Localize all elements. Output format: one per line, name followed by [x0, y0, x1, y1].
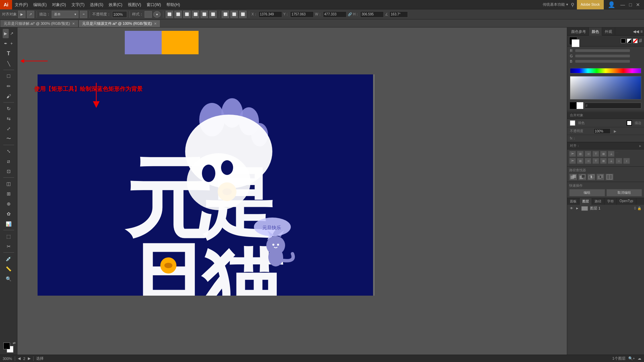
distribute-right-btn[interactable]: ⊣ — [585, 158, 591, 164]
r-slider-track[interactable] — [575, 49, 630, 52]
distribute-bottom-btn[interactable]: ⊥ — [608, 158, 614, 164]
pf-divide-btn[interactable] — [605, 174, 613, 180]
align-left-icon[interactable]: ⬜ — [166, 11, 173, 18]
shape-builder-tool[interactable]: ⧄ — [3, 157, 15, 166]
color-type-gradient[interactable] — [627, 39, 632, 43]
pf-exclude-btn[interactable] — [596, 174, 604, 180]
hex-input[interactable] — [585, 103, 641, 109]
blend-tool[interactable]: ⊕ — [3, 199, 15, 208]
color-swatch-bg[interactable] — [572, 39, 580, 47]
cancel-edit-btn[interactable]: 取消编组 — [606, 189, 642, 196]
style-box[interactable] — [145, 11, 152, 18]
g-slider-track[interactable] — [575, 55, 630, 57]
menu-edit[interactable]: 编辑(E) — [31, 0, 49, 9]
prev-page-icon[interactable]: ◀ — [18, 356, 20, 361]
align-left-edge-btn[interactable]: ⊢ — [569, 151, 576, 157]
y-input[interactable] — [290, 11, 314, 17]
next-page-icon[interactable]: ▶ — [28, 356, 31, 361]
align-center-icon[interactable]: ⬜ — [174, 11, 182, 18]
opacity-input[interactable] — [112, 11, 127, 18]
user-icon[interactable]: 👤 — [605, 1, 618, 8]
fill-color-box[interactable] — [570, 120, 575, 126]
layers-tab-char[interactable]: 字符 — [604, 198, 617, 205]
stroke-weight-icon[interactable]: ━ — [80, 11, 87, 18]
distribute-v-icon[interactable]: ⬜ — [230, 11, 238, 18]
minimize-icon[interactable]: — — [619, 2, 627, 7]
align-more-icon[interactable]: ··· — [615, 151, 618, 157]
color-gradient-box[interactable] — [570, 76, 641, 100]
foreground-color-box[interactable] — [3, 343, 10, 349]
align-bottom-edge-btn[interactable]: ⊥ — [608, 151, 614, 157]
swap-colors-icon[interactable]: ⇄ — [13, 341, 15, 345]
scale-tool[interactable]: ⤢ — [3, 124, 15, 133]
x-input[interactable] — [259, 11, 282, 17]
layers-tab-paths[interactable]: 路径 — [592, 198, 604, 205]
line-tool[interactable]: ╲ — [3, 59, 15, 68]
w-input[interactable] — [323, 11, 346, 17]
reflect-tool[interactable]: ⇆ — [3, 114, 15, 123]
artboard-tool[interactable]: ⬚ — [3, 232, 15, 241]
opacity-prop-input[interactable] — [594, 128, 610, 134]
layers-tab-layers[interactable]: 图层 — [580, 198, 592, 205]
distribute-center-h-btn[interactable]: ⊡ — [577, 158, 584, 164]
menu-help[interactable]: 帮助(H) — [164, 0, 183, 9]
pen-tool[interactable]: ✒ — [3, 39, 9, 48]
search-icon[interactable]: ⚲ — [570, 2, 576, 7]
selection-tool-icon[interactable]: ▶ — [18, 11, 25, 18]
rp-collapse-icon[interactable]: ◀◀ — [633, 29, 639, 34]
tab-doc-1-close[interactable]: ✕ — [72, 22, 75, 25]
color-spectrum[interactable] — [570, 68, 641, 73]
style-circle[interactable]: ● — [153, 11, 161, 18]
rect-tool[interactable]: □ — [3, 71, 15, 81]
pf-intersect-btn[interactable] — [587, 174, 595, 180]
selection-tool[interactable]: ▶ — [3, 29, 9, 38]
align-top-edge-btn[interactable]: ⊤ — [592, 151, 599, 157]
save-cloud-icon[interactable]: ☁ — [638, 356, 641, 361]
direct-select-icon[interactable]: ↗ — [27, 11, 34, 18]
zoom-in-icon[interactable]: 🔍+ — [628, 356, 635, 361]
align-right-icon[interactable]: ⬜ — [183, 11, 191, 18]
close-icon[interactable]: ✕ — [635, 2, 641, 7]
edit-btn[interactable]: 编组 — [569, 189, 605, 196]
gradient-tool[interactable]: ◫ — [3, 179, 15, 188]
chart-tool[interactable]: 📊 — [3, 219, 15, 229]
distribute-left-btn[interactable]: ⊢ — [569, 158, 576, 164]
menu-select[interactable]: 选择(S) — [87, 0, 106, 9]
eyedropper-tool[interactable]: 💉 — [3, 254, 15, 263]
menu-effects[interactable]: 效果(C) — [106, 0, 125, 9]
type-tool[interactable]: T — [3, 49, 15, 58]
brush-tool[interactable]: 🖌 — [3, 92, 15, 101]
canvas-area[interactable]: 使用【矩形工具】绘制深蓝色矩形作为背景 — [17, 27, 567, 362]
tab-doc-2-close[interactable]: ✕ — [154, 22, 157, 25]
align-collapse-icon[interactable]: ▶ — [639, 144, 641, 147]
free-transform-tool[interactable]: ⤡ — [3, 146, 15, 156]
menu-window[interactable]: 窗口(W) — [144, 0, 164, 9]
pencil-tool[interactable]: ✏ — [3, 81, 15, 91]
stroke-dropdown[interactable]: 基本 ▾ — [52, 11, 78, 18]
align-center-v-btn[interactable]: ⊟ — [600, 151, 607, 157]
layer-expand-icon[interactable]: ▶ — [575, 206, 579, 210]
perspective-grid-tool[interactable]: ⊡ — [3, 167, 15, 176]
distribute-top-btn[interactable]: ⊤ — [592, 158, 599, 164]
rotate-tool[interactable]: ↻ — [3, 104, 15, 113]
layers-tab-opentyp[interactable]: OpenTyp — [617, 198, 636, 205]
color-type-solid[interactable] — [621, 39, 626, 43]
add-anchor-tool[interactable]: + — [9, 39, 15, 48]
menu-file[interactable]: 文件(F) — [12, 0, 31, 9]
layer-visibility-icon[interactable]: 👁 — [569, 206, 574, 211]
align-middle-icon[interactable]: ⬜ — [201, 11, 208, 18]
direct-selection-tool[interactable]: ↗ — [9, 29, 15, 38]
distribute-space-h-btn[interactable]: ↔ — [615, 158, 622, 164]
align-center-h-btn[interactable]: ⊡ — [577, 151, 584, 157]
layers-tab-panel[interactable]: 面板 — [567, 198, 580, 205]
opacity-chevron[interactable]: ▶ — [614, 129, 616, 133]
link-dimensions-icon[interactable]: 🔗 — [348, 12, 352, 16]
distribute-space-v-btn[interactable]: ↕ — [623, 158, 630, 164]
align-top-icon[interactable]: ⬜ — [192, 11, 199, 18]
rp-menu-icon[interactable]: ≡ — [640, 29, 643, 34]
rp-tab-appearance[interactable]: 外观 — [602, 27, 615, 36]
rp-tab-color-ref[interactable]: 颜色参考 — [569, 27, 589, 36]
maximize-icon[interactable]: □ — [628, 2, 633, 7]
menu-text[interactable]: 文字(T) — [69, 0, 87, 9]
rp-tab-color[interactable]: 颜色 — [589, 27, 602, 36]
